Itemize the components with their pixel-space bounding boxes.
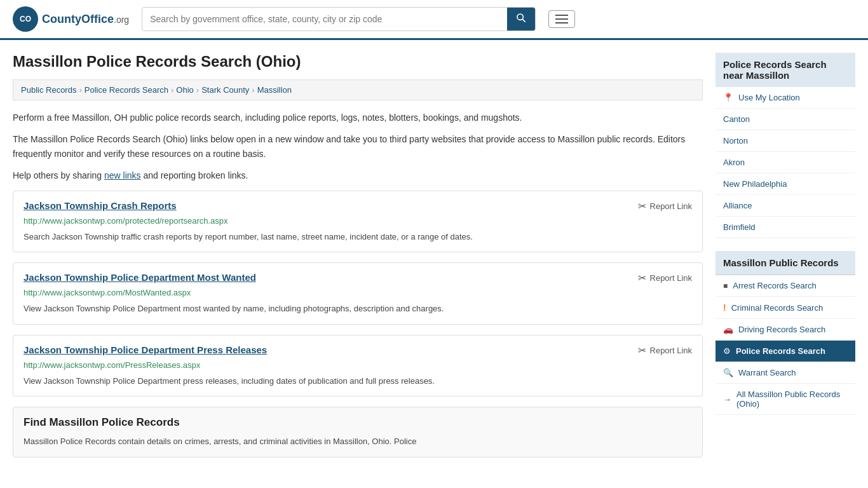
main-content: Massillon Police Records Search (Ohio) P… xyxy=(13,53,703,468)
sharing-description: Help others by sharing new links and rep… xyxy=(13,168,703,182)
use-my-location-link[interactable]: Use My Location xyxy=(738,93,800,102)
find-section-title: Find Massillon Police Records xyxy=(24,416,692,429)
breadcrumb-sep: › xyxy=(252,85,254,95)
driving-records-icon: 🚗 xyxy=(723,325,733,334)
link-card-most-wanted: Jackson Township Police Department Most … xyxy=(13,262,703,325)
most-wanted-url[interactable]: http://www.jacksontwp.com/MostWanted.asp… xyxy=(24,288,692,297)
press-releases-title[interactable]: Jackson Township Police Department Press… xyxy=(24,344,267,355)
norton-link[interactable]: Norton xyxy=(723,136,748,146)
sidebar-item-akron[interactable]: Akron xyxy=(715,152,855,173)
press-releases-url[interactable]: http://www.jacksontwp.com/PressReleases.… xyxy=(24,360,692,370)
police-records-icon: ⚙ xyxy=(723,346,731,356)
svg-point-2 xyxy=(517,14,523,20)
new-links-link[interactable]: new links xyxy=(104,170,141,180)
scissors-icon: ✂ xyxy=(638,344,646,356)
sidebar-item-criminal-records[interactable]: ! Criminal Records Search xyxy=(715,297,855,319)
sidebar-item-use-my-location[interactable]: 📍 Use My Location xyxy=(715,87,855,109)
breadcrumb-public-records[interactable]: Public Records xyxy=(21,85,76,95)
all-records-icon: → xyxy=(723,395,731,404)
brimfield-link[interactable]: Brimfield xyxy=(723,222,756,232)
arrest-records-link[interactable]: Arrest Records Search xyxy=(733,281,817,290)
crash-reports-desc: Search Jackson Township traffic crash re… xyxy=(24,231,692,243)
logo[interactable]: CO CountyOffice.org xyxy=(13,6,129,32)
warrant-search-link[interactable]: Warrant Search xyxy=(738,368,796,377)
sidebar-item-all-public-records[interactable]: → All Massillon Public Records (Ohio) xyxy=(715,384,855,415)
criminal-records-icon: ! xyxy=(723,302,726,313)
sidebar-item-police-records[interactable]: ⚙ Police Records Search xyxy=(715,341,855,362)
breadcrumb-massillon[interactable]: Massillon xyxy=(257,85,292,95)
sidebar-item-warrant-search[interactable]: 🔍 Warrant Search xyxy=(715,362,855,384)
svg-line-3 xyxy=(522,19,526,22)
find-section: Find Massillon Police Records Massillon … xyxy=(13,407,703,458)
report-link-button[interactable]: ✂ Report Link xyxy=(638,344,692,356)
search-input[interactable] xyxy=(142,9,507,29)
most-wanted-title[interactable]: Jackson Township Police Department Most … xyxy=(24,272,256,283)
find-section-text: Massillon Police Records contain details… xyxy=(24,435,692,448)
nearby-section-title: Police Records Search near Massillon xyxy=(715,53,855,87)
logo-icon: CO xyxy=(13,6,38,32)
main-layout: Massillon Police Records Search (Ohio) P… xyxy=(0,40,868,480)
scissors-icon: ✂ xyxy=(638,200,646,212)
hamburger-menu-button[interactable] xyxy=(548,10,575,28)
nearby-section: Police Records Search near Massillon 📍 U… xyxy=(715,53,855,238)
location-icon: 📍 xyxy=(723,93,733,102)
crash-reports-url[interactable]: http://www.jacksontwp.com/protected/repo… xyxy=(24,216,692,226)
scissors-icon: ✂ xyxy=(638,272,646,284)
link-card-header: Jackson Township Police Department Most … xyxy=(24,272,692,284)
report-link-button[interactable]: ✂ Report Link xyxy=(638,200,692,212)
press-releases-desc: View Jackson Township Police Department … xyxy=(24,375,692,388)
most-wanted-desc: View Jackson Township Police Department … xyxy=(24,302,692,315)
akron-link[interactable]: Akron xyxy=(723,158,745,167)
hamburger-line xyxy=(555,18,568,20)
warrant-search-icon: 🔍 xyxy=(723,368,733,377)
breadcrumb-ohio[interactable]: Ohio xyxy=(176,85,193,95)
arrest-records-icon: ■ xyxy=(723,281,728,290)
breadcrumb-sep: › xyxy=(171,85,173,95)
logo-text: CountyOffice.org xyxy=(42,13,129,26)
criminal-records-link[interactable]: Criminal Records Search xyxy=(731,303,824,313)
search-bar xyxy=(142,7,536,31)
all-records-link[interactable]: All Massillon Public Records (Ohio) xyxy=(736,390,848,409)
sidebar-item-brimfield[interactable]: Brimfield xyxy=(715,217,855,238)
public-records-section-title: Massillon Public Records xyxy=(715,251,855,275)
hamburger-line xyxy=(555,15,568,16)
sidebar-item-alliance[interactable]: Alliance xyxy=(715,195,855,217)
breadcrumb-police-records[interactable]: Police Records Search xyxy=(85,85,168,95)
link-card-header: Jackson Township Police Department Press… xyxy=(24,344,692,356)
canton-link[interactable]: Canton xyxy=(723,114,750,124)
sidebar: Police Records Search near Massillon 📍 U… xyxy=(715,53,855,468)
link-card-crash-reports: Jackson Township Crash Reports ✂ Report … xyxy=(13,191,703,253)
sidebar-item-driving-records[interactable]: 🚗 Driving Records Search xyxy=(715,319,855,341)
page-title: Massillon Police Records Search (Ohio) xyxy=(13,53,703,71)
intro-description: Perform a free Massillon, OH public poli… xyxy=(13,111,703,125)
svg-text:CO: CO xyxy=(20,15,31,24)
police-records-link[interactable]: Police Records Search xyxy=(736,346,825,356)
breadcrumb: Public Records › Police Records Search ›… xyxy=(13,79,703,100)
link-card-header: Jackson Township Crash Reports ✂ Report … xyxy=(24,200,692,212)
driving-records-link[interactable]: Driving Records Search xyxy=(738,325,825,334)
crash-reports-title[interactable]: Jackson Township Crash Reports xyxy=(24,200,177,211)
link-card-press-releases: Jackson Township Police Department Press… xyxy=(13,335,703,397)
sidebar-item-new-philadelphia[interactable]: New Philadelphia xyxy=(715,173,855,195)
sidebar-item-arrest-records[interactable]: ■ Arrest Records Search xyxy=(715,275,855,297)
sidebar-item-norton[interactable]: Norton xyxy=(715,130,855,152)
report-link-button[interactable]: ✂ Report Link xyxy=(638,272,692,284)
alliance-link[interactable]: Alliance xyxy=(723,201,752,210)
breadcrumb-sep: › xyxy=(196,85,199,95)
new-philadelphia-link[interactable]: New Philadelphia xyxy=(723,179,787,189)
sidebar-item-canton[interactable]: Canton xyxy=(715,109,855,130)
hamburger-line xyxy=(555,22,568,24)
search-button[interactable] xyxy=(507,8,535,30)
disclaimer-description: The Massillon Police Records Search (Ohi… xyxy=(13,132,703,161)
site-header: CO CountyOffice.org xyxy=(0,0,868,40)
public-records-section: Massillon Public Records ■ Arrest Record… xyxy=(715,251,855,415)
breadcrumb-stark-county[interactable]: Stark County xyxy=(201,85,249,95)
breadcrumb-sep: › xyxy=(79,85,81,95)
